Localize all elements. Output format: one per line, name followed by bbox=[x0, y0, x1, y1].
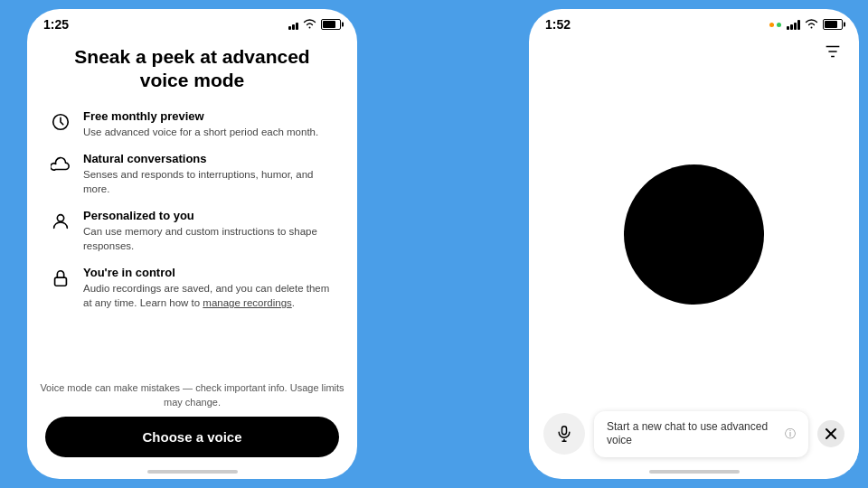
mic-button[interactable] bbox=[543, 413, 585, 455]
tooltip-text: Start a new chat to use advanced voice bbox=[607, 420, 779, 448]
svg-point-1 bbox=[57, 214, 63, 221]
close-icon bbox=[825, 427, 837, 440]
dot-orange bbox=[769, 23, 774, 27]
info-icon: ⓘ bbox=[785, 427, 796, 442]
feature-desc-control: Audio recordings are saved, and you can … bbox=[83, 281, 335, 310]
filter-icon[interactable] bbox=[823, 42, 843, 61]
manage-recordings-link[interactable]: manage recordings bbox=[203, 297, 291, 308]
feature-item-free-preview: Free monthly preview Use advanced voice … bbox=[49, 109, 335, 139]
time-left: 1:25 bbox=[43, 17, 69, 32]
feature-title-natural: Natural conversations bbox=[83, 152, 335, 165]
battery-icon-right bbox=[823, 19, 843, 30]
right-header bbox=[529, 36, 859, 67]
feature-item-natural: Natural conversations Senses and respond… bbox=[49, 152, 335, 196]
bottom-toolbar: Start a new chat to use advanced voice ⓘ bbox=[529, 402, 859, 470]
svg-rect-6 bbox=[562, 427, 567, 435]
dot-green bbox=[777, 23, 781, 27]
feature-title-personalized: Personalized to you bbox=[83, 209, 335, 222]
feature-item-personalized: Personalized to you Can use memory and c… bbox=[49, 209, 335, 253]
battery-icon bbox=[321, 19, 341, 30]
page-title: Sneak a peek at advanced voice mode bbox=[49, 45, 335, 93]
wifi-icon-right bbox=[805, 18, 818, 32]
status-icons-right bbox=[769, 18, 843, 32]
feature-desc-free-preview: Use advanced voice for a short period ea… bbox=[83, 125, 318, 139]
time-right: 1:52 bbox=[545, 17, 571, 32]
status-bar-left: 1:25 bbox=[27, 9, 357, 36]
right-main-area bbox=[529, 67, 859, 402]
signal-icon-right bbox=[787, 20, 800, 30]
signal-icon bbox=[288, 20, 298, 30]
svg-rect-2 bbox=[55, 277, 67, 286]
status-icons-left bbox=[288, 18, 341, 32]
notification-dots bbox=[769, 23, 781, 27]
home-indicator-right bbox=[649, 470, 740, 474]
choose-voice-button[interactable]: Choose a voice bbox=[45, 417, 339, 457]
lock-icon bbox=[49, 267, 72, 290]
voice-orb bbox=[624, 164, 764, 305]
person-icon bbox=[49, 210, 72, 233]
feature-item-control: You're in control Audio recordings are s… bbox=[49, 266, 335, 310]
feature-title-free-preview: Free monthly preview bbox=[83, 109, 318, 123]
cloud-icon bbox=[49, 153, 72, 176]
feature-list: Free monthly preview Use advanced voice … bbox=[49, 109, 335, 311]
feature-desc-personalized: Can use memory and custom instructions t… bbox=[83, 224, 335, 253]
voice-tooltip: Start a new chat to use advanced voice ⓘ bbox=[594, 411, 808, 457]
home-indicator-left bbox=[147, 470, 238, 474]
wifi-icon bbox=[303, 18, 316, 32]
right-phone: 1:52 bbox=[529, 9, 859, 479]
left-main-content: Sneak a peek at advanced voice mode Free… bbox=[27, 36, 357, 372]
feature-desc-natural: Senses and responds to interruptions, hu… bbox=[83, 167, 335, 196]
close-button[interactable] bbox=[817, 420, 844, 447]
clock-icon bbox=[49, 110, 72, 134]
mic-icon bbox=[555, 425, 573, 443]
status-bar-right: 1:52 bbox=[529, 9, 859, 36]
left-phone: 1:25 Sneak a peek at advanced voice mode bbox=[27, 9, 357, 479]
feature-title-control: You're in control bbox=[83, 266, 335, 279]
footer-note: Voice mode can make mistakes — check imp… bbox=[27, 372, 357, 417]
